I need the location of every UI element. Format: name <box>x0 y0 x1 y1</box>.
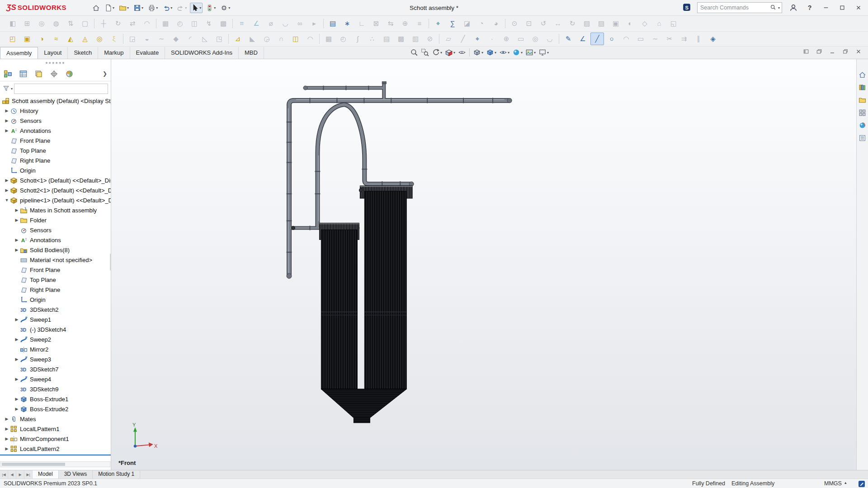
user-account-icon[interactable] <box>788 3 798 13</box>
extruded-boss-icon[interactable]: ▣ <box>20 33 34 45</box>
linear-component-pattern-icon[interactable]: ▦ <box>159 17 172 30</box>
hole-series-icon[interactable]: ⌀ <box>264 17 278 30</box>
draft-icon[interactable]: ◣ <box>245 33 259 45</box>
dropdown-caret-icon[interactable]: ▾ <box>156 6 158 10</box>
dome-icon[interactable]: ◠ <box>303 33 317 45</box>
tree-item[interactable]: Origin <box>0 295 111 305</box>
tree-item[interactable]: ▶Mates <box>0 414 111 424</box>
expand-arrow-icon[interactable]: ▶ <box>4 417 10 421</box>
smart-mates-icon[interactable]: ◠ <box>140 17 154 30</box>
assembly-features-icon[interactable]: ⌗ <box>235 17 249 30</box>
rebuild-button[interactable]: ▾ <box>204 3 217 13</box>
first-tab-button[interactable]: |◀ <box>0 470 8 479</box>
expand-arrow-icon[interactable]: ▶ <box>14 337 20 342</box>
intersect-icon[interactable]: ∩ <box>274 33 288 45</box>
tree-item[interactable]: ▶MirrorComponent1 <box>0 434 111 444</box>
linear-pattern-icon[interactable]: ▦ <box>322 33 335 45</box>
sketch-icon[interactable]: ✎ <box>561 33 575 45</box>
dropdown-caret-icon[interactable]: ▾ <box>113 6 114 10</box>
expand-arrow-icon[interactable]: ▶ <box>14 397 20 401</box>
arc-icon[interactable]: ◠ <box>619 33 633 45</box>
model-canvas[interactable]: Y X <box>111 59 856 470</box>
file-explorer-icon[interactable] <box>859 96 866 104</box>
circular-component-pattern-icon[interactable]: ◴ <box>173 17 187 30</box>
instant2d-icon[interactable]: ◈ <box>706 33 720 45</box>
tree-item[interactable]: Right Plane <box>0 155 111 165</box>
revolved-boss-icon[interactable]: ◑ <box>35 33 48 45</box>
doc-tab-3d-views[interactable]: 3D Views <box>59 470 93 479</box>
dimxpertmanager-tab-icon[interactable] <box>50 70 58 78</box>
swept-boss-icon[interactable]: ≈ <box>49 33 63 45</box>
appearances-scenes-icon[interactable] <box>859 122 866 129</box>
command-search[interactable]: ▾ <box>697 2 782 13</box>
reference-axis-icon[interactable]: ╱ <box>456 33 470 45</box>
zoom-to-fit-icon[interactable] <box>409 47 420 57</box>
filter-funnel-icon[interactable] <box>3 85 9 93</box>
tree-item[interactable]: ▶Sensors <box>0 116 111 126</box>
configurationmanager-tab-icon[interactable] <box>34 70 43 78</box>
dropdown-caret-icon[interactable]: ▾ <box>440 51 442 55</box>
table-driven-pattern-icon[interactable]: ▤ <box>380 33 393 45</box>
filter-caret-icon[interactable]: ▾ <box>11 87 13 91</box>
fillet-icon[interactable]: ◜ <box>184 33 197 45</box>
propertymanager-tab-icon[interactable] <box>19 70 28 78</box>
tab-evaluate[interactable]: Evaluate <box>130 47 165 59</box>
close-doc-button[interactable] <box>855 48 862 56</box>
dropdown-caret-icon[interactable]: ▾ <box>508 51 509 55</box>
component-preview-icon[interactable]: ▢ <box>78 17 92 30</box>
panel-grip[interactable]: ●●●●●● <box>0 59 111 66</box>
home-button[interactable] <box>91 3 101 13</box>
pan-view-icon[interactable]: ↔ <box>551 17 565 30</box>
tree-item[interactable]: Mirror2 <box>0 344 111 354</box>
performance-evaluation-icon[interactable]: ≡ <box>413 17 426 30</box>
expand-arrow-icon[interactable]: ▶ <box>4 446 10 451</box>
tree-item[interactable]: Top Plane <box>0 145 111 155</box>
expand-arrow-icon[interactable]: ▶ <box>14 407 20 411</box>
tree-item[interactable]: Material <not specified> <box>0 255 111 265</box>
expand-arrow-icon[interactable]: ▶ <box>4 178 10 183</box>
dropdown-caret-icon[interactable]: ▾ <box>199 6 201 10</box>
dynamic-annotation-views-icon[interactable]: A <box>457 47 467 57</box>
expand-arrow-icon[interactable]: ▶ <box>14 208 20 212</box>
smart-dimension-icon[interactable]: ∠ <box>576 33 590 45</box>
expand-arrow-icon[interactable]: ▶ <box>14 248 20 252</box>
chamfer-icon[interactable]: ◺ <box>198 33 212 45</box>
shell-icon[interactable]: ◳ <box>212 33 226 45</box>
tree-item[interactable]: ▶Boss-Extrude1 <box>0 394 111 404</box>
tree-item[interactable]: ▶AAnnotations <box>0 235 111 245</box>
minimize-doc-button[interactable] <box>829 48 835 56</box>
perspective-view-icon[interactable]: ◇ <box>638 17 651 30</box>
exploded-view-icon[interactable]: ∗ <box>340 17 354 30</box>
variable-pattern-icon[interactable]: ▥ <box>409 33 422 45</box>
statusbar-units[interactable]: MMGS <box>824 480 842 487</box>
reference-plane-icon[interactable]: ▱ <box>442 33 455 45</box>
reference-point-icon[interactable]: ∙ <box>485 33 499 45</box>
expand-arrow-icon[interactable]: ▶ <box>4 427 10 431</box>
tree-item[interactable]: 3D(-) 3DSketch4 <box>0 324 111 334</box>
expand-arrow-icon[interactable]: ▼ <box>4 198 10 202</box>
wrap-icon[interactable]: ◶ <box>260 33 274 45</box>
maximize-button[interactable] <box>837 3 847 13</box>
tree-item[interactable]: ▶History <box>0 106 111 116</box>
tab-solidworks-add-ins[interactable]: SOLIDWORKS Add-Ins <box>165 47 239 59</box>
help-icon[interactable]: ? <box>805 3 815 13</box>
expand-arrow-icon[interactable]: ▶ <box>14 357 20 361</box>
doc-tab-motion-study-1[interactable]: Motion Study 1 <box>93 470 140 479</box>
search-input[interactable] <box>699 4 769 11</box>
lofted-cut-icon[interactable]: ◆ <box>169 33 183 45</box>
offset-entities-icon[interactable]: ∥ <box>692 33 705 45</box>
expand-arrow-icon[interactable]: ▶ <box>14 238 20 242</box>
custom-properties-icon[interactable] <box>859 134 866 142</box>
dock-pane-button[interactable] <box>803 48 809 56</box>
previous-view-icon[interactable]: ▾ <box>430 47 443 57</box>
tree-item[interactable]: 3D3DSketch9 <box>0 384 111 394</box>
dropdown-caret-icon[interactable]: ▾ <box>185 6 187 10</box>
full-screen-view-icon[interactable]: ◱ <box>667 17 680 30</box>
trim-entities-icon[interactable]: ✂ <box>663 33 676 45</box>
reference-geometry-icon[interactable]: ∠ <box>250 17 263 30</box>
hopper[interactable] <box>321 389 406 423</box>
dropdown-caret-icon[interactable]: ▾ <box>495 51 496 55</box>
curve-driven-pattern-icon[interactable]: ∫ <box>351 33 364 45</box>
sensor-icon[interactable]: ◔ <box>475 17 488 30</box>
rib-icon[interactable]: ⊿ <box>231 33 245 45</box>
